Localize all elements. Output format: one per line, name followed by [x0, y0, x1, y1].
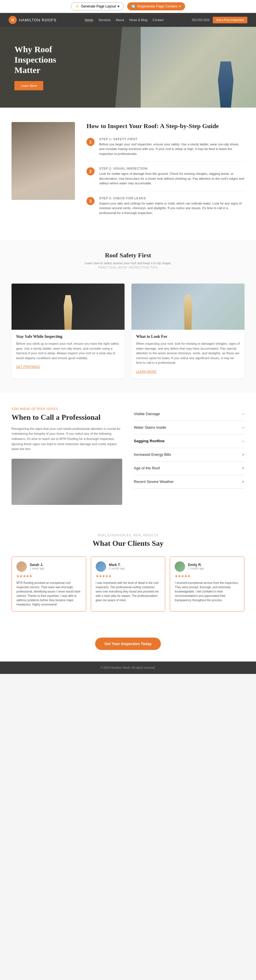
accordion-label-visible: Visible Damage: [134, 412, 160, 416]
accordion-age-roof[interactable]: Age of the Roof +: [134, 461, 245, 475]
step-1-desc: Before you begin your roof inspection, e…: [99, 142, 245, 156]
navbar-right: 555-555-5555 Get a Free Inspection: [192, 17, 247, 23]
phone-number: 555-555-5555: [192, 19, 210, 22]
card-img-light: [132, 283, 245, 330]
step-3-number: 3: [86, 197, 95, 205]
testimonial-sarah-meta: Sarah J. 1 week ago: [30, 563, 45, 570]
professional-left: Stay Ahead of Roof Issues When to Call a…: [11, 407, 122, 505]
card-link-safe[interactable]: GET PREPARED: [16, 365, 40, 368]
logo-text: HAMILTON ROOFS: [19, 18, 57, 22]
avatar-sarah: [16, 562, 27, 572]
testimonials-cards: Sarah J. 1 week ago ★★★★★ MTR Roofing pr…: [11, 557, 245, 612]
inspect-image-inner: [11, 122, 75, 200]
top-bar: ⚡ Generate Page Layout ▾ 🔄 Regenerate Pa…: [0, 0, 256, 13]
card-img-dark: [11, 283, 124, 330]
nav-news-blog[interactable]: News & Blog: [129, 18, 147, 22]
accordion-visible-damage[interactable]: Visible Damage –: [134, 407, 245, 421]
testimonial-mark-text: I was impressed with the level of detail…: [96, 581, 161, 602]
testimonial-emily: Emily R. 1 month ago ★★★★★ I received ex…: [170, 557, 245, 612]
professional-section: Stay Ahead of Roof Issues When to Call a…: [0, 393, 256, 519]
nav-services[interactable]: Services: [98, 18, 110, 22]
testimonial-emily-header: Emily R. 1 month ago: [175, 562, 240, 572]
accordion-energy-bills[interactable]: Increased Energy Bills +: [134, 448, 245, 461]
person-figure-dark: [59, 295, 77, 330]
accordion-water-stains[interactable]: Water Stains Inside –: [134, 421, 245, 434]
logo: H HAMILTON ROOFS: [9, 16, 57, 24]
safety-section: Roof Safety First Learn how to safely as…: [0, 240, 256, 278]
nav-about[interactable]: About: [116, 18, 124, 22]
person-figure-light: [179, 295, 197, 330]
step-1-number: 1: [86, 138, 95, 146]
inspect-content: How to Inspect Your Roof: A Step-by-Step…: [86, 122, 245, 226]
professional-image: [11, 459, 122, 505]
nav-contact[interactable]: Contact: [153, 18, 164, 22]
hero-content: Why Roof Inspections Matter Learn More: [0, 33, 92, 102]
accordion-chevron-1: –: [242, 425, 245, 430]
step-2-text: Step 2: Visual Inspection Look for visib…: [99, 167, 245, 186]
hero-learn-more-button[interactable]: Learn More: [14, 81, 43, 90]
card-what-to-look: What to Look For When inspecting your ro…: [132, 283, 245, 379]
card-text-look: When inspecting your roof, look for miss…: [136, 341, 240, 365]
testimonial-sarah-text: MTR Roofing provided an exceptional roof…: [16, 581, 81, 607]
testimonial-emily-meta: Emily R. 1 month ago: [188, 563, 204, 570]
regenerate-icon: 🔄: [132, 5, 135, 8]
step-1: 1 Step 1: Safety First Before you begin …: [86, 137, 245, 162]
generate-icon: ⚡: [75, 5, 79, 8]
testimonial-mark-name: Mark T.: [109, 563, 125, 567]
step-3-desc: Inspect your attic and ceilings for wate…: [99, 201, 245, 215]
step-2-number: 2: [86, 167, 95, 175]
testimonials-tag: REAL EXPERIENCES, REAL RESULTS: [11, 534, 245, 537]
accordion-chevron-5: +: [242, 479, 245, 484]
chevron-down-icon: ▾: [179, 4, 181, 8]
accordion-severe-weather[interactable]: Recent Severe Weather +: [134, 475, 245, 489]
cta-button[interactable]: Get Your Inspection Today: [95, 638, 161, 650]
testimonial-sarah-name: Sarah J.: [30, 563, 45, 567]
accordion-label-weather: Recent Severe Weather: [134, 479, 174, 484]
cards-section: Stay Safe While Inspecting Before you cl…: [0, 278, 256, 393]
step-1-tag: Step 1: Safety First: [99, 137, 245, 141]
step-3-tag: Step 3: Check for Leaks: [99, 196, 245, 200]
step-2: 2 Step 2: Visual Inspection Look for vis…: [86, 167, 245, 191]
step-2-tag: Step 2: Visual Inspection: [99, 167, 245, 170]
step-3-text: Step 3: Check for Leaks Inspect your att…: [99, 196, 245, 215]
hero-section: Why Roof Inspections Matter Learn More: [0, 27, 256, 108]
testimonial-sarah-time: 1 week ago: [30, 567, 45, 570]
safety-subtitle: Learn how to safely assess your roof and…: [11, 261, 245, 265]
avatar-emily: [175, 562, 185, 572]
testimonial-emily-stars: ★★★★★: [175, 574, 240, 578]
safety-title: Roof Safety First: [11, 251, 245, 259]
testimonial-mark-time: 1 month ago: [109, 567, 125, 570]
accordion-label-water: Water Stains Inside: [134, 425, 166, 430]
inspect-title: How to Inspect Your Roof: A Step-by-Step…: [86, 122, 245, 130]
testimonial-emily-name: Emily R.: [188, 563, 204, 567]
card-title-look: What to Look For: [136, 334, 240, 339]
professional-right: Visible Damage – Water Stains Inside – S…: [134, 407, 245, 505]
accordion-chevron-2: –: [242, 439, 245, 444]
generate-layout-button[interactable]: ⚡ Generate Page Layout ▾: [71, 2, 124, 10]
accordion-sagging-roofline[interactable]: Sagging Roofline –: [134, 434, 245, 448]
nav-links: Home Services About News & Blog Contact: [85, 18, 164, 22]
testimonials-section: REAL EXPERIENCES, REAL RESULTS What Our …: [0, 519, 256, 626]
testimonial-mark: Mark T. 1 month ago ★★★★★ I was impresse…: [91, 557, 165, 612]
nav-cta-button[interactable]: Get a Free Inspection: [213, 17, 247, 23]
testimonial-mark-meta: Mark T. 1 month ago: [109, 563, 125, 570]
professional-title: When to Call a Professional: [11, 413, 122, 422]
professional-tag: Stay Ahead of Roof Issues: [11, 407, 122, 410]
cta-section: Get Your Inspection Today: [0, 626, 256, 662]
logo-icon: H: [9, 16, 17, 24]
safety-tag: PRACTICAL ROOF INSPECTION TIPS: [11, 266, 245, 269]
testimonials-title: What Our Clients Say: [11, 539, 245, 548]
card-link-look[interactable]: LEARN MORE: [136, 370, 157, 373]
card-body-look: What to Look For When inspecting your ro…: [132, 330, 245, 379]
accordion-chevron-0: –: [242, 411, 245, 417]
card-safe-inspecting: Stay Safe While Inspecting Before you cl…: [11, 283, 124, 379]
accordion-chevron-4: +: [242, 466, 245, 471]
hero-title: Why Roof Inspections Matter: [14, 44, 78, 75]
testimonial-mark-header: Mark T. 1 month ago: [96, 562, 161, 572]
testimonial-sarah-stars: ★★★★★: [16, 574, 81, 578]
avatar-mark: [96, 562, 106, 572]
step-1-text: Step 1: Safety First Before you begin yo…: [99, 137, 245, 156]
testimonial-sarah: Sarah J. 1 week ago ★★★★★ MTR Roofing pr…: [11, 557, 86, 612]
nav-home[interactable]: Home: [85, 18, 93, 22]
regenerate-content-button[interactable]: 🔄 Regenerate Page Content ▾: [127, 2, 185, 10]
